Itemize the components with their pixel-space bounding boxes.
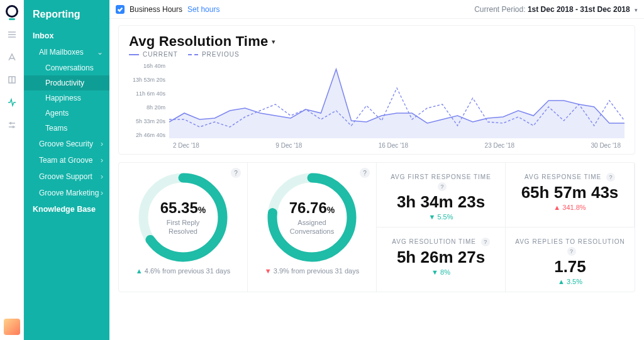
- chevron-right-icon: ›: [101, 140, 103, 148]
- sidebar-knowledge-base[interactable]: Knowledge Base: [24, 201, 109, 217]
- help-icon[interactable]: ?: [360, 168, 370, 178]
- chevron-right-icon: ›: [101, 189, 103, 197]
- sidebar-item-productivity[interactable]: Productivity: [24, 75, 109, 90]
- chart-card: Avg Resolution Time ▾ CURRENT PREVIOUS 1…: [118, 25, 635, 155]
- current-period[interactable]: Current Period: 1st Dec 2018 - 31st Dec …: [474, 5, 638, 14]
- x-tick: 16 Dec '18: [379, 142, 409, 149]
- stat-resolution-time: AVG RESOLUTION TIME ? 5h 26m 27s ▼ 8%: [377, 227, 506, 292]
- main: Business Hours Set hours Current Period:…: [109, 0, 644, 340]
- sidebar-item-teams[interactable]: Teams: [24, 121, 109, 136]
- chart-legend: CURRENT PREVIOUS: [129, 51, 625, 58]
- stat-label: AVG REPLIES TO RESOLUTION: [515, 238, 625, 245]
- help-icon[interactable]: ?: [438, 182, 447, 191]
- period-range: 1st Dec 2018 - 31st Dec 2018: [528, 5, 630, 14]
- stat-label: AVG RESOLUTION TIME: [392, 238, 476, 245]
- chart-x-labels: 2 Dec '189 Dec '1816 Dec '1823 Dec '1830…: [129, 138, 625, 149]
- hamburger-icon[interactable]: [6, 29, 18, 40]
- gauge-first-reply: ? 65.35% First ReplyResolved ▲ 4.6% from…: [119, 163, 248, 292]
- y-tick: 8h 20m: [129, 104, 165, 111]
- sidebar-item-happiness[interactable]: Happiness: [24, 90, 109, 106]
- chart-title-row[interactable]: Avg Resolution Time ▾: [129, 33, 625, 50]
- stat-value: 65h 57m 43s: [513, 183, 626, 202]
- gauge-value: 65.35: [160, 199, 198, 216]
- chevron-down-icon: ▾: [272, 38, 275, 46]
- metrics-grid: ? 65.35% First ReplyResolved ▲ 4.6% from…: [118, 162, 635, 292]
- set-hours-link[interactable]: Set hours: [187, 5, 219, 14]
- line-chart: [169, 63, 625, 138]
- sidebar-item-agents[interactable]: Agents: [24, 106, 109, 121]
- chart-body: 16h 40m13h 53m 20s11h 6m 40s8h 20m5h 33m…: [129, 63, 625, 138]
- sidebar-title: Reporting: [24, 9, 109, 28]
- stat-value: 5h 26m 27s: [384, 248, 497, 267]
- sidebar-group[interactable]: Groove Marketing›: [24, 185, 109, 201]
- y-tick: 5h 33m 20s: [129, 118, 165, 124]
- gauge: 76.76% AssignedConversations: [265, 170, 359, 265]
- app-root: Reporting Inbox All Mailboxes ⌄ Conversa…: [0, 0, 644, 340]
- y-tick: 11h 6m 40s: [129, 90, 165, 97]
- x-tick: 23 Dec '18: [485, 142, 515, 149]
- stat-first-response: AVG FIRST RESPONSE TIME ? 3h 34m 23s ▼ 5…: [377, 163, 506, 227]
- sidebar-group[interactable]: Groove Support›: [24, 168, 109, 185]
- sidebar-mailbox-items: ConversationsProductivityHappinessAgents…: [24, 60, 109, 136]
- topbar-left: Business Hours Set hours: [116, 5, 219, 14]
- content: Avg Resolution Time ▾ CURRENT PREVIOUS 1…: [109, 19, 644, 299]
- stat-label: AVG RESPONSE TIME: [525, 173, 601, 180]
- chevron-right-icon: ›: [101, 172, 103, 181]
- sidebar-item-conversations[interactable]: Conversations: [24, 60, 109, 75]
- gauge: 65.35% First ReplyResolved: [136, 170, 230, 265]
- y-tick: 2h 46m 40s: [129, 132, 165, 138]
- legend-previous: PREVIOUS: [188, 51, 240, 58]
- sidebar-all-mailboxes[interactable]: All Mailboxes ⌄: [24, 44, 109, 60]
- topbar: Business Hours Set hours Current Period:…: [109, 0, 644, 19]
- gauge-delta: ▲ 4.6% from previous 31 days: [126, 267, 240, 275]
- y-tick: 16h 40m: [129, 63, 165, 69]
- chart-y-labels: 16h 40m13h 53m 20s11h 6m 40s8h 20m5h 33m…: [129, 63, 169, 138]
- stat-label: AVG FIRST RESPONSE TIME: [391, 173, 491, 180]
- x-tick: 30 Dec '18: [591, 142, 621, 149]
- sidebar: Reporting Inbox All Mailboxes ⌄ Conversa…: [24, 0, 109, 340]
- book-icon[interactable]: [6, 74, 18, 85]
- sliders-icon[interactable]: [6, 119, 18, 131]
- chevron-down-icon: ▾: [635, 7, 638, 13]
- business-hours-label: Business Hours: [130, 5, 182, 14]
- stat-value: 3h 34m 23s: [384, 192, 497, 212]
- font-icon[interactable]: [6, 52, 18, 63]
- gauge-label: AssignedConversations: [290, 218, 334, 236]
- x-tick: 9 Dec '18: [275, 142, 302, 149]
- icon-rail: [0, 0, 24, 340]
- chart-title: Avg Resolution Time: [129, 33, 268, 50]
- avatar[interactable]: [4, 319, 20, 335]
- stat-value: 1.75: [513, 257, 627, 277]
- x-tick: 2 Dec '18: [173, 142, 199, 149]
- sidebar-group[interactable]: Groove Security›: [24, 136, 109, 152]
- chart-plot: [169, 63, 625, 138]
- gauge-value: 76.76: [289, 199, 327, 216]
- gauge-assigned-convos: ? 76.76% AssignedConversations ▼ 3.9% fr…: [248, 163, 377, 292]
- chevron-right-icon: ›: [101, 156, 103, 165]
- chevron-down-icon: ⌄: [97, 48, 103, 57]
- sidebar-group[interactable]: Team at Groove›: [24, 152, 109, 168]
- help-icon[interactable]: ?: [481, 238, 490, 246]
- help-icon[interactable]: ?: [567, 247, 576, 256]
- help-icon[interactable]: ?: [606, 173, 615, 182]
- gauge-delta: ▼ 3.9% from previous 31 days: [255, 267, 369, 275]
- stat-delta: ▲ 341.8%: [513, 204, 626, 211]
- activity-icon[interactable]: [6, 97, 18, 108]
- stat-delta: ▲ 3.5%: [513, 278, 627, 285]
- y-tick: 13h 53m 20s: [129, 77, 165, 83]
- sidebar-all-mailboxes-label: All Mailboxes: [33, 48, 84, 57]
- sidebar-group-inbox[interactable]: Inbox: [24, 28, 109, 44]
- stat-response-time: AVG RESPONSE TIME ? 65h 57m 43s ▲ 341.8%: [506, 163, 635, 227]
- help-icon[interactable]: ?: [231, 168, 241, 178]
- period-label: Current Period:: [474, 5, 525, 14]
- business-hours-checkbox[interactable]: [116, 5, 125, 14]
- stat-replies-resolution: AVG REPLIES TO RESOLUTION ? 1.75 ▲ 3.5%: [506, 227, 635, 292]
- stat-delta: ▼ 8%: [384, 268, 497, 276]
- stat-delta: ▼ 5.5%: [384, 213, 497, 221]
- sidebar-groups: Groove Security›Team at Groove›Groove Su…: [24, 136, 109, 201]
- legend-current: CURRENT: [129, 51, 178, 58]
- gauge-label: First ReplyResolved: [167, 218, 200, 236]
- groove-logo[interactable]: [6, 5, 18, 18]
